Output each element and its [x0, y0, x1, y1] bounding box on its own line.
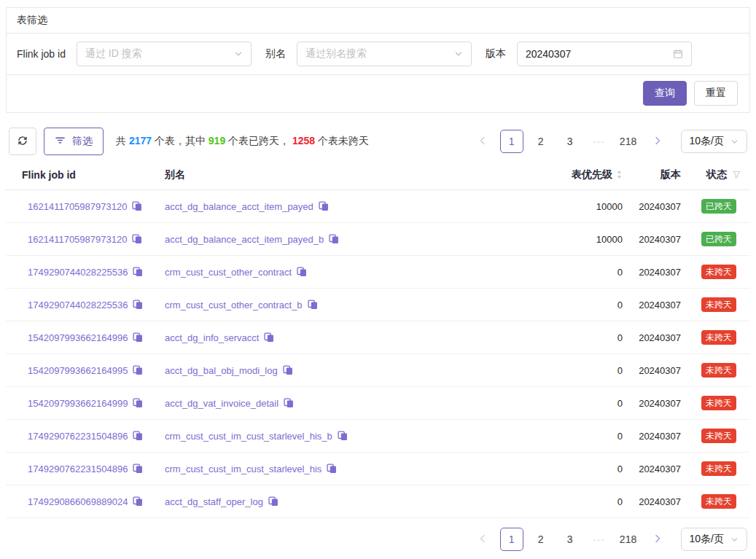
filter-fields-row: Flink job id 通过 ID 搜索 别名 通过别名搜索	[7, 34, 749, 75]
alias-cell: acct_dg_bal_obj_modi_log	[159, 365, 513, 376]
flink-job-id-placeholder: 通过 ID 搜索	[85, 47, 142, 60]
copy-icon[interactable]	[338, 431, 348, 441]
alias-link[interactable]: acct_dg_staff_oper_log	[165, 496, 263, 507]
copy-icon[interactable]	[268, 496, 278, 507]
page-button-1[interactable]: 1	[500, 528, 523, 551]
page-size-select[interactable]: 10条/页	[681, 130, 747, 153]
page-ellipsis[interactable]: ···	[588, 136, 611, 147]
page-button-3[interactable]: 3	[558, 130, 582, 153]
query-button[interactable]: 查询	[643, 81, 687, 106]
version-cell: 20240307	[623, 431, 681, 442]
alias-link[interactable]: acct_dg_info_servacct	[165, 332, 259, 343]
copy-icon[interactable]	[319, 201, 329, 211]
page-button-last[interactable]: 218	[617, 528, 640, 551]
page-button-2[interactable]: 2	[529, 528, 553, 551]
alias-link[interactable]: crm_cust_cust_im_cust_starlevel_his	[165, 464, 322, 474]
filter-button[interactable]: 筛选	[44, 128, 104, 155]
version-date-input[interactable]: 20240307	[517, 42, 692, 66]
next-page-button[interactable]	[646, 528, 669, 551]
copy-icon[interactable]	[327, 464, 337, 474]
sync-icon	[17, 135, 28, 149]
alias-link[interactable]: crm_cust_cust_other_contract	[165, 267, 292, 278]
copy-icon[interactable]	[133, 300, 143, 310]
version-cell: 20240307	[623, 332, 681, 343]
version-cell: 20240307	[623, 267, 681, 278]
priority-cell: 10000	[513, 201, 623, 212]
copy-icon[interactable]	[284, 398, 294, 408]
data-table: Flink job id 别名 表优先级 版本 状态 1621411705987…	[6, 160, 750, 518]
job-id-cell: 1749290866069889024	[6, 496, 159, 507]
alias-link[interactable]: crm_cust_cust_other_contract_b	[165, 300, 303, 310]
table-row: 1542097993662164995 acct_dg_bal_obj_modi…	[6, 354, 750, 387]
status-badge: 已跨天	[701, 232, 736, 246]
page-button-3[interactable]: 3	[558, 528, 582, 551]
column-header-alias: 别名	[159, 168, 513, 181]
page-button-2[interactable]: 2	[529, 130, 553, 153]
next-page-button[interactable]	[646, 130, 669, 153]
copy-icon[interactable]	[133, 267, 143, 277]
copy-icon[interactable]	[133, 398, 143, 408]
reset-button[interactable]: 重置	[694, 81, 738, 106]
copy-icon[interactable]	[133, 332, 143, 343]
table-row: 1749290744028225536 crm_cust_cust_other_…	[6, 289, 750, 321]
copy-icon[interactable]	[133, 496, 143, 507]
copy-icon[interactable]	[329, 234, 339, 244]
job-id-link[interactable]: 1542097993662164999	[28, 398, 128, 409]
filter-lines-icon	[55, 135, 66, 148]
job-id-link[interactable]: 1749290744028225536	[28, 300, 128, 310]
job-id-link[interactable]: 1749290744028225536	[28, 267, 128, 278]
chevron-right-icon	[654, 136, 661, 147]
funnel-icon[interactable]	[732, 170, 741, 179]
alias-link[interactable]: crm_cust_cust_im_cust_starlevel_his_b	[165, 431, 332, 442]
filter-actions-row: 查询 重置	[7, 75, 749, 112]
page-button-last[interactable]: 218	[617, 130, 640, 153]
alias-link[interactable]: acct_dg_bal_obj_modi_log	[165, 365, 278, 376]
copy-icon[interactable]	[133, 464, 143, 474]
page-size-select[interactable]: 10条/页	[681, 528, 747, 551]
alias-cell: acct_dg_info_servacct	[159, 332, 513, 343]
flink-job-id-label: Flink job id	[17, 48, 66, 60]
job-id-link[interactable]: 1749290762231504896	[28, 431, 128, 442]
version-date-value: 20240307	[526, 48, 571, 60]
copy-icon[interactable]	[264, 332, 274, 343]
priority-cell: 0	[513, 496, 623, 507]
job-id-cell: 1542097993662164999	[6, 398, 159, 409]
prev-page-button[interactable]	[471, 130, 494, 153]
table-row: 1621411705987973120 acct_dg_balance_acct…	[6, 190, 750, 223]
page-ellipsis[interactable]: ···	[588, 533, 611, 545]
alias-link[interactable]: acct_dg_balance_acct_item_payed	[165, 201, 313, 212]
priority-cell: 0	[513, 398, 623, 409]
version-cell: 20240307	[623, 201, 681, 212]
alias-link[interactable]: acct_dg_balance_acct_item_payed_b	[165, 234, 324, 245]
table-summary: 共 2177 个表，其中 919 个表已跨天， 1258 个表未跨天	[116, 135, 369, 148]
copy-icon[interactable]	[132, 234, 142, 244]
table-row: 1749290762231504896 crm_cust_cust_im_cus…	[6, 420, 750, 453]
refresh-button[interactable]	[9, 128, 36, 155]
job-id-link[interactable]: 1621411705987973120	[28, 234, 127, 245]
job-id-link[interactable]: 1542097993662164995	[28, 365, 128, 376]
copy-icon[interactable]	[297, 267, 307, 277]
copy-icon[interactable]	[132, 201, 142, 211]
job-id-link[interactable]: 1542097993662164996	[28, 332, 128, 343]
copy-icon[interactable]	[133, 365, 143, 375]
page-button-1[interactable]: 1	[500, 130, 523, 153]
column-header-priority[interactable]: 表优先级	[513, 168, 623, 181]
prev-page-button[interactable]	[471, 528, 494, 551]
copy-icon[interactable]	[133, 431, 143, 441]
job-id-link[interactable]: 1749290866069889024	[28, 496, 128, 507]
sorter-icon[interactable]	[616, 169, 623, 180]
field-flink-job-id: Flink job id 通过 ID 搜索	[17, 42, 252, 66]
alias-select[interactable]: 通过别名搜索	[297, 42, 472, 66]
flink-job-id-select[interactable]: 通过 ID 搜索	[77, 42, 252, 66]
alias-link[interactable]: acct_dg_vat_invoice_detail	[165, 398, 278, 409]
priority-cell: 10000	[513, 234, 623, 245]
alias-cell: crm_cust_cust_im_cust_starlevel_his	[159, 464, 513, 474]
version-cell: 20240307	[623, 464, 681, 474]
copy-icon[interactable]	[283, 365, 293, 375]
job-id-link[interactable]: 1749290762231504896	[28, 464, 128, 474]
job-id-link[interactable]: 1621411705987973120	[28, 201, 127, 212]
filter-button-label: 筛选	[72, 135, 93, 148]
table-filter-card: 表筛选 Flink job id 通过 ID 搜索 别名 通过别名搜索	[6, 7, 750, 113]
copy-icon[interactable]	[308, 300, 318, 310]
chevron-down-icon	[234, 50, 243, 58]
